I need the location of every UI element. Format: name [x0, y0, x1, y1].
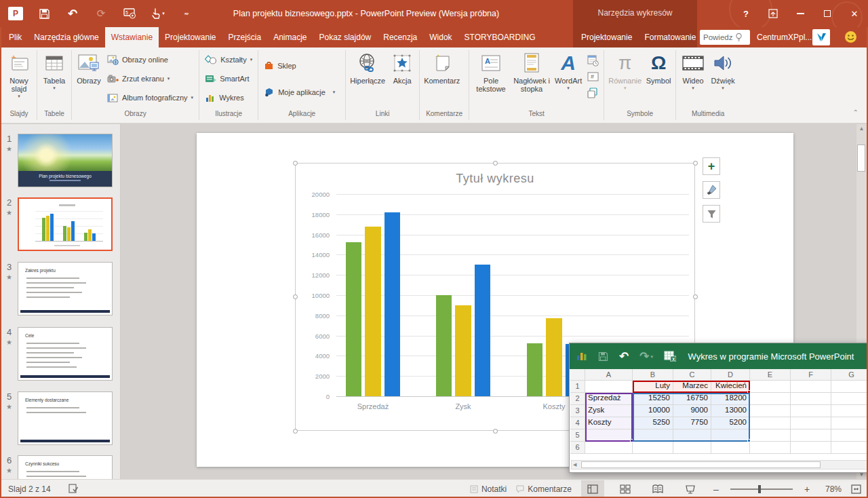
cell-C1[interactable]: Marzec [673, 381, 711, 393]
chart-elements-button[interactable]: + [703, 157, 720, 175]
zoom-in-button[interactable]: + [802, 484, 812, 495]
symbol-button[interactable]: Ω Symbol [644, 50, 673, 108]
tab-wstawianie[interactable]: Wstawianie [105, 27, 159, 47]
smartart-button[interactable]: SmartArt [201, 71, 256, 86]
tab-projektowanie[interactable]: Projektowanie [159, 27, 222, 47]
chart-button[interactable]: Wykres [201, 90, 256, 105]
column-header-B[interactable]: B [633, 369, 673, 381]
cell-B4[interactable]: 5250 [633, 417, 673, 429]
zoom-slider[interactable] [730, 489, 793, 490]
row-header-5[interactable]: 5 [570, 429, 585, 442]
row-header-6[interactable]: 6 [570, 442, 585, 454]
select-all-corner[interactable] [570, 369, 585, 381]
cell-F4[interactable] [791, 417, 831, 429]
column-header-F[interactable]: F [791, 369, 831, 381]
tab-plik[interactable]: Plik [3, 27, 28, 47]
cell-C4[interactable]: 7750 [673, 417, 711, 429]
action-button[interactable]: Akcja [387, 50, 417, 108]
slide-thumbnail[interactable]: Czynniki sukcesu [18, 455, 113, 479]
cell-A5[interactable] [585, 429, 633, 442]
column-header-A[interactable]: A [585, 369, 633, 381]
selection-handle[interactable] [693, 161, 698, 166]
cell-A2[interactable]: Sprzedaż [585, 393, 633, 405]
start-slideshow-icon[interactable]: 5 [122, 6, 137, 21]
row-header-4[interactable]: 4 [570, 417, 585, 429]
object-button[interactable] [585, 85, 600, 100]
datasheet-titlebar[interactable]: ↶ ↷ ▾ X Wykres w programie Microsoft Pow… [570, 343, 868, 369]
text-box-button[interactable]: A Pole tekstowe [471, 50, 511, 108]
selection-handle[interactable] [293, 161, 298, 166]
slide-thumbnail[interactable]: Plan projektu biznesowego [18, 134, 113, 187]
ribbon-display-options-button[interactable] [760, 0, 787, 27]
zoom-slider-thumb[interactable] [758, 485, 761, 493]
slide-thumbnail[interactable]: Cele [18, 327, 113, 381]
slide-thumbnail[interactable] [18, 197, 113, 251]
column-header-D[interactable]: D [711, 369, 750, 381]
selection-handle[interactable] [293, 294, 298, 299]
tab-przej-cia[interactable]: Przejścia [222, 27, 267, 47]
selection-handle[interactable] [493, 161, 498, 166]
online-images-button[interactable]: Obrazy online [104, 52, 197, 67]
tab-narz-dzia-g-wne[interactable]: Narzędzia główne [28, 27, 104, 47]
cell-D2[interactable]: 18200 [711, 393, 750, 405]
chart-mini-icon[interactable] [576, 351, 587, 361]
slideshow-view-button[interactable] [679, 480, 702, 498]
cell-G1[interactable] [831, 381, 868, 393]
feedback-smiley-icon[interactable] [844, 31, 857, 46]
addin-logo-icon[interactable] [812, 29, 830, 45]
images-button[interactable]: Obrazy [74, 50, 104, 108]
my-apps-button[interactable]: Moje aplikacje ▾ [260, 85, 338, 100]
selection-handle[interactable] [693, 294, 698, 299]
close-button[interactable]: ✕ [841, 0, 868, 27]
contextual-tab-projektowanie[interactable]: Projektowanie [575, 27, 638, 47]
cell-F3[interactable] [791, 405, 831, 417]
cell-G6[interactable] [831, 442, 868, 454]
cell-G5[interactable] [831, 429, 868, 442]
comments-toggle[interactable]: Komentarze [516, 484, 572, 494]
customize-qat-icon[interactable]: ≂ [179, 6, 194, 21]
collapse-ribbon-button[interactable]: ⌃ [853, 109, 859, 116]
display-settings-icon[interactable] [68, 484, 80, 494]
undo-icon[interactable]: ↶ [65, 6, 80, 21]
slide-sorter-view-button[interactable] [614, 480, 637, 498]
chart-filters-button[interactable] [703, 205, 720, 223]
comment-button[interactable]: Komentarz [422, 50, 462, 108]
cell-C2[interactable]: 16750 [673, 393, 711, 405]
cell-C6[interactable] [673, 442, 711, 454]
column-header-C[interactable]: C [673, 369, 711, 381]
scrollbar-thumb[interactable] [581, 461, 821, 468]
cell-B2[interactable]: 15250 [633, 393, 673, 405]
new-slide-button[interactable]: Nowy slajd ▾ [3, 50, 35, 108]
tab-animacje[interactable]: Animacje [267, 27, 313, 47]
photo-album-button[interactable]: Album fotograficzny ▾ [104, 90, 197, 105]
scroll-left-arrow[interactable]: ◀ [573, 461, 576, 469]
cell-B6[interactable] [633, 442, 673, 454]
datasheet-horizontal-scrollbar[interactable]: ◀ ▶ [571, 460, 868, 470]
equation-button[interactable]: π Równanie ▾ [606, 50, 644, 108]
cell-E4[interactable] [750, 417, 791, 429]
save-icon[interactable] [37, 6, 52, 21]
tab-pokaz-slajd-w[interactable]: Pokaz slajdów [313, 27, 378, 47]
normal-view-button[interactable] [581, 480, 604, 498]
cell-A3[interactable]: Zysk [585, 405, 633, 417]
minimize-button[interactable] [787, 0, 814, 27]
row-header-3[interactable]: 3 [570, 405, 585, 417]
tab-recenzja[interactable]: Recenzja [377, 27, 423, 47]
cell-D3[interactable]: 13000 [711, 405, 750, 417]
scrollbar-thumb[interactable] [857, 145, 865, 172]
cell-G3[interactable] [831, 405, 868, 417]
cell-E1[interactable] [750, 381, 791, 393]
store-button[interactable]: Sklep [260, 58, 338, 73]
fit-to-window-icon[interactable] [851, 484, 861, 494]
column-header-G[interactable]: G [831, 369, 868, 381]
notes-toggle[interactable]: Notatki [470, 484, 507, 494]
maximize-button[interactable] [814, 0, 841, 27]
cell-A6[interactable] [585, 442, 633, 454]
slide-number-button[interactable]: # [585, 69, 600, 84]
chart-styles-button[interactable] [703, 181, 720, 199]
account-name[interactable]: CentrumXPpl... [757, 27, 812, 47]
slide-thumbnail[interactable]: Zakres projektu [18, 262, 113, 315]
cell-G2[interactable] [831, 393, 868, 405]
touch-mode-icon[interactable]: ▾ [151, 6, 165, 21]
selection-handle[interactable] [493, 429, 498, 434]
